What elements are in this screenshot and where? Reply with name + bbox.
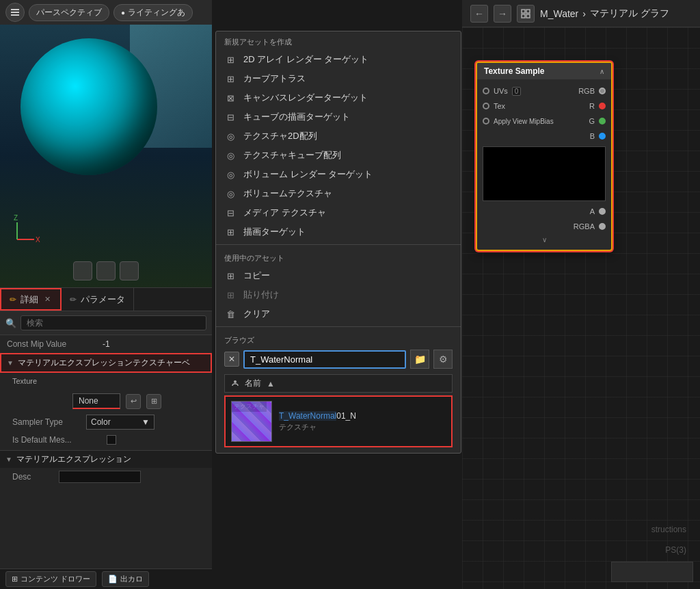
r-pin-dot[interactable]	[599, 103, 606, 109]
popup-icon-paste: ⊞	[224, 289, 237, 301]
popup-icon-curve: ⊞	[224, 73, 237, 85]
popup-text-media: メディア テクスチャ	[243, 207, 326, 219]
default-mes-checkbox[interactable]	[107, 435, 116, 445]
desc-input[interactable]	[59, 471, 141, 483]
popup-icon-volume-rt: ◎	[224, 168, 237, 181]
pin-row-mip: Apply View MipBias G	[477, 114, 611, 129]
browse-item-info: T_WaterNormal01_N テクスチャ	[279, 411, 446, 432]
lighting-button[interactable]: ● ライティングあ	[113, 4, 193, 21]
pin-left-mip: Apply View MipBias	[483, 118, 554, 125]
popup-item-cube[interactable]: ⊟ キューブの描画ターゲット	[216, 107, 461, 127]
g-pin-dot[interactable]	[599, 118, 606, 125]
popup-icon-clear: 🗑	[224, 308, 237, 320]
pin-row-a: A	[477, 204, 611, 219]
browse-search-row: ✕ 📁 ⚙	[224, 350, 453, 369]
browse-search-input[interactable]	[243, 350, 406, 369]
tab-detail-close[interactable]: ✕	[42, 295, 52, 304]
tab-detail[interactable]: ✏ 詳細 ✕	[0, 288, 62, 311]
graph-canvas[interactable]: Texture Sample ∧ UVs 0 RGB	[462, 27, 700, 589]
texture-icon-btn-1[interactable]: ↩	[126, 394, 141, 409]
perspective-button[interactable]: パースペクティブ	[29, 4, 109, 21]
browse-folder-button[interactable]: 📁	[410, 350, 429, 369]
rgba-pin-dot[interactable]	[599, 223, 606, 230]
popup-icon-copy: ⊞	[224, 270, 237, 282]
search-input[interactable]	[21, 315, 206, 330]
browse-settings-button[interactable]: ⚙	[433, 350, 453, 369]
browse-item-water-normal[interactable]: テクスチャ T_WaterNormal01_N テクスチャ	[224, 395, 453, 447]
a-pin-label: A	[590, 207, 595, 215]
tab-param[interactable]: ✏ パラメータ	[62, 288, 134, 311]
popup-text-cube: キューブの描画ターゲット	[243, 111, 350, 123]
content-drawer-label: コンテンツ ドロワー	[21, 574, 90, 584]
popup-item-curve[interactable]: ⊞ カーブアトラス	[216, 69, 461, 88]
details-tabs: ✏ 詳細 ✕ ✏ パラメータ	[0, 288, 212, 311]
popup-item-clear[interactable]: 🗑 クリア	[216, 304, 461, 324]
node-expand-button[interactable]: ∨	[477, 234, 611, 246]
browse-header-name: 名前 ▲	[230, 378, 275, 389]
b-pin-dot[interactable]	[599, 133, 606, 140]
popup-item-render[interactable]: ⊞ 描画ターゲット	[216, 222, 461, 241]
popup-icon-2d: ⊞	[224, 53, 237, 66]
popup-text-curve: カーブアトラス	[243, 73, 306, 85]
popup-icon-volume-tex: ◎	[224, 187, 237, 200]
forward-button[interactable]: →	[494, 5, 511, 23]
popup-text-volume-rt: ボリューム レンダー ターゲット	[243, 168, 373, 181]
popup-item-tex2d[interactable]: ◎ テクスチャ2D配列	[216, 127, 461, 146]
material-expr-section[interactable]: ▼ マテリアルエクスプレッション	[0, 450, 212, 468]
uvs-pin-number: 0	[512, 87, 522, 96]
back-button[interactable]: ←	[470, 5, 488, 23]
sampler-select[interactable]: Color ▼	[86, 415, 154, 430]
content-drawer-tab[interactable]: ⊞ コンテンツ ドロワー	[5, 571, 96, 587]
graph-panel: ← → M_Water › マテリアル グラフ Texture Sample ∧…	[462, 0, 700, 589]
popup-icon-cube: ⊟	[224, 111, 237, 123]
viewport-bottom-icons	[73, 261, 139, 280]
pin-right-a: A	[590, 207, 606, 215]
browse-section: ブラウズ ✕ 📁 ⚙ 名前 ▲ テクスチャ T_WaterNormal01_N	[216, 330, 461, 453]
node-preview	[483, 146, 606, 201]
grid-view-button[interactable]	[517, 5, 535, 23]
popup-item-copy[interactable]: ⊞ コピー	[216, 266, 461, 285]
texture-dropdown[interactable]: None	[72, 393, 120, 409]
popup-item-media[interactable]: ⊟ メディア テクスチャ	[216, 203, 461, 222]
popup-item-canvas[interactable]: ⊠ キャンバスレンダーターゲット	[216, 88, 461, 107]
popup-text-copy: コピー	[243, 270, 270, 282]
texture-icon-btn-2[interactable]: ⊞	[146, 394, 161, 409]
bottom-bar: ⊞ コンテンツ ドロワー 📄 出カロ	[0, 568, 212, 589]
browse-name-highlight: T_WaterNormal	[279, 411, 336, 421]
hamburger-button[interactable]	[5, 3, 25, 22]
popup-item-2d-array[interactable]: ⊞ 2D アレイ レンダー ターゲット	[216, 50, 461, 69]
pin-row-tex: Tex R	[477, 99, 611, 114]
uvs-pin-dot[interactable]	[483, 88, 489, 94]
browse-item-name: T_WaterNormal01_N	[279, 411, 446, 421]
mip-pin-dot[interactable]	[483, 118, 489, 125]
pin-row-rgba: RGBA	[477, 219, 611, 234]
viewport-icon-1[interactable]	[73, 261, 92, 280]
popup-item-texcube[interactable]: ◎ テクスチャキューブ配列	[216, 146, 461, 165]
popup-item-paste[interactable]: ⊞ 貼り付け	[216, 285, 461, 304]
default-mes-label: Is Default Mes...	[12, 435, 101, 445]
viewport-icon-3[interactable]	[120, 261, 139, 280]
popup-text-paste: 貼り付け	[243, 289, 279, 301]
breadcrumb-separator: ›	[582, 8, 586, 19]
node-title: Texture Sample	[484, 66, 544, 76]
a-pin-dot[interactable]	[599, 208, 606, 215]
node-collapse-button[interactable]: ∧	[600, 68, 604, 75]
texture-expr-section[interactable]: ▼ マテリアルエクスプレッションテクスチャーベ	[0, 353, 212, 373]
tex-pin-label: Tex	[494, 102, 505, 110]
pin-right-b: B	[590, 132, 606, 140]
browse-close-button[interactable]: ✕	[224, 352, 239, 367]
texture-sample-node[interactable]: Texture Sample ∧ UVs 0 RGB	[476, 62, 612, 251]
viewport-icon-2[interactable]	[96, 261, 116, 280]
rgb-pin-dot[interactable]	[599, 88, 606, 94]
search-icon: 🔍	[5, 318, 16, 328]
popup-item-volume-tex[interactable]: ◎ ボリュームテクスチャ	[216, 184, 461, 203]
material-expr-title: マテリアルエクスプレッション	[16, 454, 131, 465]
chevron-icon: ▼	[7, 359, 14, 367]
svg-rect-11	[526, 14, 530, 18]
popup-item-volume-rt[interactable]: ◎ ボリューム レンダー ターゲット	[216, 165, 461, 184]
axes-indicator: X Z	[10, 212, 44, 246]
tex-pin-dot[interactable]	[483, 103, 489, 109]
output-tab[interactable]: 📄 出カロ	[102, 571, 149, 587]
in-use-section-title: 使用中のアセット	[216, 248, 461, 266]
svg-point-7	[234, 380, 237, 383]
